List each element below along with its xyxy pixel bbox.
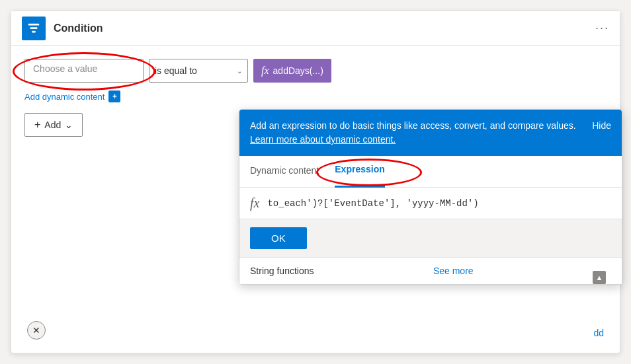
- tab-dynamic-content[interactable]: Dynamic content: [250, 156, 319, 188]
- plus-icon: +: [34, 119, 40, 131]
- info-text: Add an expression to do basic things lik…: [250, 120, 576, 131]
- fx-button[interactable]: fx addDays(...): [253, 59, 331, 83]
- add-chevron-icon: ⌄: [65, 120, 73, 130]
- learn-more-link[interactable]: Learn more about dynamic content.: [250, 134, 396, 145]
- add-dynamic-content-link[interactable]: Add dynamic content: [24, 92, 105, 102]
- popup-tabs: Dynamic content Expression: [239, 156, 622, 188]
- tab-expression-wrapper: Expression: [335, 156, 384, 188]
- tab-expression[interactable]: Expression: [335, 156, 384, 188]
- chevron-down-icon: ⌄: [237, 67, 242, 75]
- condition-row: Choose a value is equal to ⌄ fx addDays(…: [24, 59, 607, 83]
- operator-label: is equal to: [155, 65, 197, 76]
- fx-button-label: addDays(...): [273, 65, 323, 76]
- ok-area: OK: [239, 219, 622, 257]
- ok-button[interactable]: OK: [250, 227, 307, 249]
- add-label: Add: [44, 120, 61, 130]
- tab-expression-label: Expression: [335, 164, 384, 174]
- popup-info-text: Add an expression to do basic things lik…: [250, 119, 581, 147]
- add-button[interactable]: + Add ⌄: [24, 113, 83, 137]
- string-functions-label: String functions: [250, 266, 314, 276]
- expression-popup: Add an expression to do basic things lik…: [239, 109, 622, 285]
- svg-rect-0: [28, 23, 40, 25]
- fx-input-icon: fx: [250, 196, 259, 211]
- tab-dynamic-content-label: Dynamic content: [250, 165, 319, 176]
- page-title: Condition: [54, 22, 595, 34]
- condition-icon: [22, 17, 46, 40]
- card-header: Condition ···: [11, 11, 620, 46]
- svg-rect-2: [32, 30, 36, 32]
- scroll-up-button[interactable]: ▲: [593, 271, 606, 284]
- main-card: Condition ··· Choose a value is equal to…: [11, 11, 620, 353]
- fx-symbol-icon: fx: [261, 65, 269, 77]
- plus-badge-icon[interactable]: +: [108, 91, 120, 102]
- choose-value-input[interactable]: Choose a value: [24, 59, 144, 83]
- string-functions-bar: String functions See more ▲: [239, 257, 622, 284]
- add-link-bottom[interactable]: dd: [593, 328, 604, 338]
- close-button[interactable]: ✕: [27, 321, 46, 340]
- expression-input-area: fx to_each')?['EventDate'], 'yyyy-MM-dd'…: [239, 188, 622, 219]
- add-link-label: dd: [593, 328, 604, 338]
- choose-value-wrapper: Choose a value: [24, 59, 144, 83]
- close-icon: ✕: [32, 325, 40, 336]
- hide-button[interactable]: Hide: [592, 119, 611, 133]
- svg-rect-1: [30, 27, 38, 29]
- dynamic-content-link-row: Add dynamic content +: [24, 91, 607, 102]
- popup-info-bar: Add an expression to do basic things lik…: [239, 110, 622, 156]
- operator-dropdown[interactable]: is equal to ⌄: [149, 59, 248, 83]
- expression-text-value[interactable]: to_each')?['EventDate'], 'yyyy-MM-dd'): [267, 198, 611, 209]
- see-more-link[interactable]: See more: [433, 266, 474, 276]
- more-options-button[interactable]: ···: [595, 21, 609, 35]
